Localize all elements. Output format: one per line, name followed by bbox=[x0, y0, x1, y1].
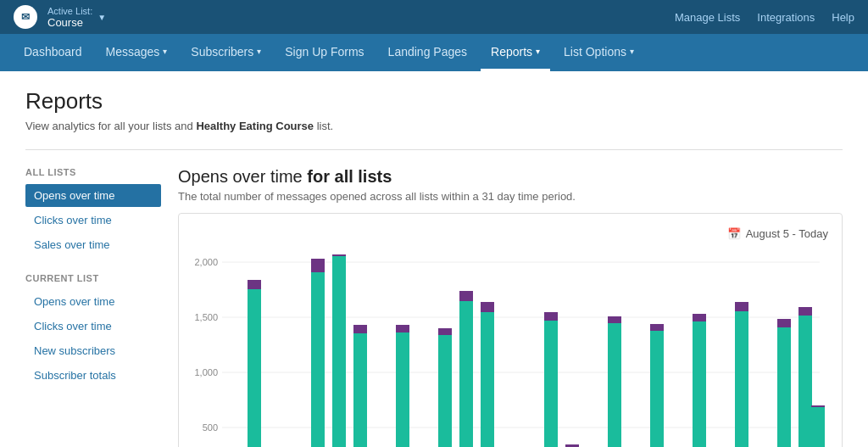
bar-followups-28 bbox=[798, 307, 812, 316]
subscribers-chevron: ▾ bbox=[257, 47, 261, 56]
bar-broadcasts-27 bbox=[777, 327, 791, 447]
content-layout: ALL LISTS Opens over time Clicks over ti… bbox=[25, 167, 843, 447]
bar-broadcasts-25 bbox=[735, 311, 748, 447]
svg-text:1,500: 1,500 bbox=[194, 312, 218, 322]
nav-signup-forms[interactable]: Sign Up Forms bbox=[275, 34, 374, 71]
chart-title-main: Opens over time bbox=[178, 167, 303, 186]
bar-followups-27 bbox=[777, 319, 791, 327]
sidebar-all-clicks-over-time[interactable]: Clicks over time bbox=[25, 209, 161, 232]
nav-subscribers[interactable]: Subscribers ▾ bbox=[181, 34, 271, 71]
bar-broadcasts-2 bbox=[248, 289, 261, 447]
top-bar-right: Manage Lists Integrations Help bbox=[675, 11, 854, 24]
bar-broadcasts-19 bbox=[608, 323, 621, 447]
chart-title-for-text: for all lists bbox=[307, 167, 392, 186]
sidebar: ALL LISTS Opens over time Clicks over ti… bbox=[25, 167, 161, 447]
bar-followups-21 bbox=[650, 324, 664, 331]
svg-text:1,000: 1,000 bbox=[194, 367, 218, 377]
bar-followups-6 bbox=[332, 254, 346, 256]
bar-broadcasts-13 bbox=[481, 312, 494, 447]
bar-followups-19 bbox=[608, 316, 621, 323]
nav-messages[interactable]: Messages ▾ bbox=[96, 34, 178, 71]
nav-list-options[interactable]: List Options ▾ bbox=[554, 34, 644, 71]
logo-icon: ✉ bbox=[14, 5, 37, 29]
bar-broadcasts-21 bbox=[650, 331, 664, 447]
divider bbox=[25, 149, 843, 150]
bar-broadcasts-28 bbox=[798, 316, 812, 447]
bar-followups-7 bbox=[353, 325, 367, 333]
page-subtitle: View analytics for all your lists and He… bbox=[25, 120, 843, 132]
active-list-label: Active List: bbox=[47, 6, 92, 16]
svg-text:500: 500 bbox=[203, 422, 218, 433]
bar-followups-5 bbox=[311, 259, 325, 272]
bar-followups-29 bbox=[811, 405, 825, 407]
chart-title: Opens over time for all lists bbox=[178, 167, 843, 187]
chart-svg: 0 500 1,000 1,500 2,000 5 bbox=[192, 254, 828, 447]
list-options-chevron: ▾ bbox=[630, 47, 634, 56]
bar-broadcasts-11 bbox=[438, 335, 452, 447]
messages-chevron: ▾ bbox=[163, 47, 167, 56]
active-list-dropdown[interactable]: Active List: Course ▼ bbox=[47, 6, 106, 29]
active-list-name: Course bbox=[47, 16, 92, 29]
current-list-title: CURRENT LIST bbox=[25, 273, 161, 283]
sidebar-subscriber-totals[interactable]: Subscriber totals bbox=[25, 364, 161, 387]
chart-subtitle: The total number of messages opened acro… bbox=[178, 190, 843, 203]
bar-broadcasts-16 bbox=[544, 321, 558, 447]
chart-header: 📅 August 5 - Today bbox=[192, 227, 828, 240]
chart-container: 📅 August 5 - Today 0 500 1,000 bbox=[178, 213, 843, 447]
active-list-info: Active List: Course bbox=[47, 6, 92, 29]
bar-broadcasts-6 bbox=[332, 256, 346, 447]
integrations-link[interactable]: Integrations bbox=[757, 11, 815, 24]
bar-followups-16 bbox=[544, 312, 558, 321]
sidebar-new-subscribers[interactable]: New subscribers bbox=[25, 339, 161, 362]
sidebar-all-sales-over-time[interactable]: Sales over time bbox=[25, 233, 161, 256]
main-content: Reports View analytics for all your list… bbox=[0, 71, 868, 447]
bar-broadcasts-23 bbox=[693, 321, 706, 447]
bar-followups-2 bbox=[248, 280, 261, 289]
sidebar-current-opens[interactable]: Opens over time bbox=[25, 290, 161, 313]
calendar-icon: 📅 bbox=[727, 227, 741, 240]
help-link[interactable]: Help bbox=[832, 11, 854, 24]
chart-wrapper: 0 500 1,000 1,500 2,000 5 bbox=[192, 254, 828, 447]
all-lists-section: ALL LISTS Opens over time Clicks over ti… bbox=[25, 167, 161, 256]
bar-broadcasts-12 bbox=[459, 301, 473, 447]
subtitle-text: View analytics for all your lists and bbox=[25, 120, 193, 132]
chevron-down-icon: ▼ bbox=[97, 13, 106, 22]
subtitle-end: list. bbox=[317, 120, 334, 132]
chart-area: Opens over time for all lists The total … bbox=[178, 167, 843, 447]
bar-broadcasts-9 bbox=[396, 332, 409, 447]
current-list-section: CURRENT LIST Opens over time Clicks over… bbox=[25, 273, 161, 387]
nav-reports[interactable]: Reports ▾ bbox=[481, 34, 550, 71]
bar-followups-11 bbox=[438, 328, 452, 335]
bar-broadcasts-7 bbox=[353, 333, 367, 447]
nav-bar: Dashboard Messages ▾ Subscribers ▾ Sign … bbox=[0, 34, 868, 71]
manage-lists-link[interactable]: Manage Lists bbox=[675, 11, 740, 24]
bar-broadcasts-29 bbox=[811, 407, 825, 447]
top-bar: ✉ Active List: Course ▼ Manage Lists Int… bbox=[0, 0, 868, 34]
nav-dashboard[interactable]: Dashboard bbox=[14, 34, 92, 71]
svg-text:2,000: 2,000 bbox=[194, 257, 218, 267]
subtitle-bold: Healthy Eating Course bbox=[196, 120, 314, 132]
bar-followups-12 bbox=[459, 291, 473, 301]
top-bar-left: ✉ Active List: Course ▼ bbox=[14, 5, 106, 29]
bar-followups-13 bbox=[481, 302, 494, 312]
reports-chevron: ▾ bbox=[536, 47, 540, 56]
bar-followups-25 bbox=[735, 302, 748, 311]
page-title: Reports bbox=[25, 88, 843, 115]
nav-landing-pages[interactable]: Landing Pages bbox=[378, 34, 477, 71]
chart-date-range: August 5 - Today bbox=[746, 227, 828, 240]
bar-followups-9 bbox=[396, 325, 409, 332]
bar-broadcasts-5 bbox=[311, 272, 325, 447]
sidebar-current-clicks[interactable]: Clicks over time bbox=[25, 315, 161, 338]
sidebar-all-opens-over-time[interactable]: Opens over time bbox=[25, 184, 161, 207]
bar-followups-23 bbox=[693, 314, 706, 321]
all-lists-title: ALL LISTS bbox=[25, 167, 161, 177]
